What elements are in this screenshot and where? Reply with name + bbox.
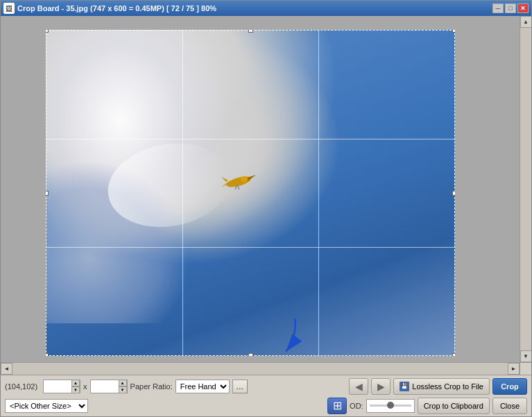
handle-top-right[interactable]	[452, 30, 455, 33]
od-slider[interactable]	[370, 405, 411, 407]
height-spinbox[interactable]: 461 ▲ ▼	[90, 380, 128, 393]
height-spin-buttons: ▲ ▼	[119, 380, 127, 393]
crop-button[interactable]: Crop	[492, 378, 527, 395]
paper-ratio-options-button[interactable]: …	[232, 380, 248, 393]
crop-rectangle[interactable]	[46, 30, 455, 356]
od-label: OD:	[350, 402, 363, 410]
handle-bottom-right[interactable]	[452, 353, 455, 356]
toolbar: (104,102) 586 ▲ ▼ x 461 ▲ ▼ Paper Ratio:	[1, 375, 531, 416]
scroll-track-vertical[interactable]	[520, 28, 531, 350]
center-icon-button[interactable]: ⊞	[327, 398, 347, 414]
titlebar-buttons: ─ □ ✕	[492, 3, 529, 13]
close-dialog-btn-label: Close	[500, 402, 520, 410]
width-input[interactable]: 586	[44, 380, 71, 393]
width-spin-buttons: ▲ ▼	[71, 380, 80, 393]
scroll-left-button[interactable]: ◄	[1, 363, 12, 375]
toolbar-row1: (104,102) 586 ▲ ▼ x 461 ▲ ▼ Paper Ratio:	[5, 378, 527, 395]
handle-bottom-center[interactable]	[248, 353, 253, 356]
nav-next-icon: ▶	[377, 381, 385, 392]
handle-top-center[interactable]	[248, 30, 253, 33]
scroll-down-button[interactable]: ▼	[520, 350, 532, 362]
slider-thumb[interactable]	[387, 402, 394, 409]
height-increment-button[interactable]: ▲	[119, 380, 127, 386]
lossless-crop-button[interactable]: 💾 Lossless Crop to File	[393, 378, 490, 395]
od-slider-container[interactable]	[366, 399, 415, 413]
main-window: 🖼 Crop Board - 35.jpg (747 x 600 = 0.45M…	[0, 0, 532, 417]
paper-ratio-label: Paper Ratio:	[130, 382, 173, 391]
handle-top-left[interactable]	[46, 30, 49, 33]
crop-overlay[interactable]	[46, 30, 455, 356]
height-decrement-button[interactable]: ▼	[119, 386, 127, 393]
handle-middle-left[interactable]	[46, 191, 49, 196]
close-dialog-button[interactable]: Close	[492, 398, 527, 414]
scrollbar-horizontal[interactable]: ◄ ►	[1, 362, 520, 375]
nav-prev-icon: ◀	[355, 381, 363, 392]
image-container	[46, 30, 455, 356]
grid-line-v1	[182, 31, 183, 355]
titlebar: 🖼 Crop Board - 35.jpg (747 x 600 = 0.45M…	[1, 1, 531, 16]
scroll-corner	[520, 362, 531, 375]
width-decrement-button[interactable]: ▼	[71, 386, 80, 393]
nav-next-button[interactable]: ▶	[371, 378, 391, 395]
scrollbar-vertical[interactable]: ▲ ▼	[520, 16, 531, 362]
handle-bottom-left[interactable]	[46, 353, 49, 356]
paper-ratio-select[interactable]: Free Hand 4:3 16:9 3:2 1:1	[175, 380, 230, 393]
crop-btn-label: Crop	[501, 382, 519, 391]
coordinates-display: (104,102)	[5, 382, 37, 391]
width-spinbox[interactable]: 586 ▲ ▼	[43, 380, 80, 393]
crop-to-clipboard-button[interactable]: Crop to Clipboard	[418, 398, 490, 414]
clipboard-btn-label: Crop to Clipboard	[424, 402, 483, 410]
photo-background	[46, 30, 455, 356]
multiply-sign: x	[83, 382, 87, 391]
toolbar-row2: <Pick Other Size> 800x600 1024x768 1280x…	[5, 398, 527, 414]
grid-line-v2	[318, 31, 319, 355]
scroll-up-button[interactable]: ▲	[520, 16, 532, 28]
height-input[interactable]: 461	[91, 380, 119, 393]
grid-line-h1	[46, 139, 454, 139]
pick-size-select[interactable]: <Pick Other Size> 800x600 1024x768 1280x…	[5, 399, 88, 413]
scroll-track-horizontal[interactable]	[12, 363, 508, 375]
lossless-btn-label: Lossless Crop to File	[412, 382, 483, 391]
titlebar-left: 🖼 Crop Board - 35.jpg (747 x 600 = 0.45M…	[3, 3, 216, 14]
restore-button[interactable]: □	[505, 3, 516, 13]
handle-middle-right[interactable]	[452, 191, 455, 196]
disk-icon: 💾	[400, 382, 409, 391]
nav-prev-button[interactable]: ◀	[349, 378, 368, 395]
minimize-button[interactable]: ─	[492, 3, 504, 13]
canvas-area: ▲ ▼ ◄ ►	[1, 16, 531, 375]
center-icon: ⊞	[333, 399, 342, 412]
scroll-right-button[interactable]: ►	[508, 363, 520, 375]
window-title: Crop Board - 35.jpg (747 x 600 = 0.45MP)…	[17, 4, 216, 12]
close-window-button[interactable]: ✕	[517, 3, 529, 13]
grid-line-h2	[46, 247, 454, 248]
window-icon: 🖼	[3, 3, 15, 14]
width-increment-button[interactable]: ▲	[71, 380, 80, 386]
